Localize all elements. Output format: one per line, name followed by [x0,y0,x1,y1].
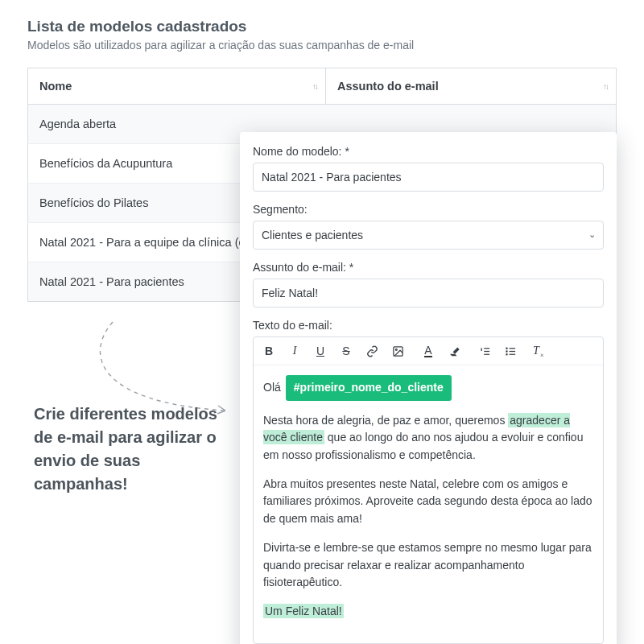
highlighted-text: Um Feliz Natal! [263,604,344,618]
greeting-text: Olá [263,379,281,397]
rich-text-editor: B I U S A T× [253,336,604,644]
svg-point-10 [506,353,506,354]
merge-tag[interactable]: #primeiro_nome_do_cliente [286,375,452,401]
body-paragraph: Um Feliz Natal! [263,603,593,621]
body-paragraph: Abra muitos presentes neste Natal, celeb… [263,476,593,528]
column-header-name-label: Nome [39,80,72,93]
column-header-subject[interactable]: Assunto do e-mail ↑↓ [326,68,617,105]
image-icon[interactable] [390,344,405,358]
page-subtitle: Modelos são utilizados para agilizar a c… [27,39,617,52]
svg-point-1 [395,349,397,350]
label-body: Texto do e-mail: [253,319,604,332]
column-header-name[interactable]: Nome ↑↓ [28,68,326,105]
label-subject: Assunto do e-mail: * [253,261,604,274]
bold-icon[interactable]: B [262,344,276,358]
label-segment: Segmento: [253,203,604,216]
body-paragraph: Nesta hora de alegria, de paz e amor, qu… [263,412,593,464]
callout-text: Crie diferentes modelos de e-mail para a… [34,402,219,496]
segment-select[interactable]: Clientes e pacientes [253,221,604,250]
column-header-subject-label: Assunto do e-mail [337,80,439,93]
body-text: Nesta hora de alegria, de paz e amor, qu… [263,414,508,427]
subject-input[interactable] [253,279,604,308]
link-icon[interactable] [365,344,379,358]
editor-panel: Nome do modelo: * Segmento: Clientes e p… [240,132,617,644]
clear-format-icon[interactable]: T× [529,344,543,358]
underline-icon[interactable]: U [313,344,328,358]
ordered-list-icon[interactable] [477,344,492,358]
body-paragraph: Divirta-se e lembre-se que estamos sempr… [263,539,593,592]
page-title: Lista de modelos cadastrados [27,18,617,35]
label-model-name: Nome do modelo: * [253,145,604,158]
editor-toolbar: B I U S A T× [254,337,603,365]
sort-icon[interactable]: ↑↓ [312,82,317,91]
strikethrough-icon[interactable]: S [339,344,353,358]
svg-point-8 [506,348,506,349]
text-color-icon[interactable]: A [421,344,436,358]
italic-icon[interactable]: I [287,344,302,358]
sort-icon[interactable]: ↑↓ [603,82,608,91]
model-name-input[interactable] [253,163,604,192]
editor-content[interactable]: Olá #primeiro_nome_do_cliente Nesta hora… [254,365,603,643]
highlight-icon[interactable] [447,344,461,358]
svg-point-9 [506,350,506,351]
unordered-list-icon[interactable] [503,344,518,358]
